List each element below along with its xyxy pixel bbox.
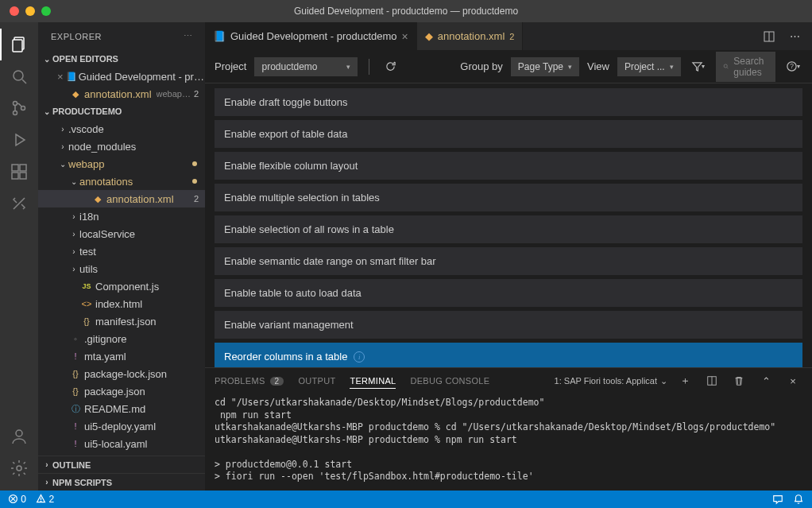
npm-scripts-section[interactable]: › NPM SCRIPTS	[38, 473, 205, 491]
folder-item[interactable]: ›test	[38, 242, 205, 260]
groupby-dropdown[interactable]: Page Type ▾	[511, 57, 579, 76]
sidebar: EXPLORER ⋯ ⌄ OPEN EDITORS × 📘 Guided Dev…	[38, 22, 205, 491]
kill-terminal-icon[interactable]	[729, 371, 748, 390]
file-item[interactable]: {}package-lock.json	[38, 365, 205, 382]
guide-item[interactable]: Enable export of table data	[215, 120, 802, 148]
file-item[interactable]: ◆annotation.xml2	[38, 190, 205, 207]
tab-guided-development[interactable]: 📘 Guided Development - productdemo ×	[205, 22, 417, 50]
split-terminal-icon[interactable]	[702, 371, 721, 390]
minimize-window-icon[interactable]	[25, 6, 35, 16]
activity-tools[interactable]	[0, 188, 38, 219]
bottom-panel: PROBLEMS 2 OUTPUT TERMINAL DEBUG CONSOLE…	[205, 367, 812, 491]
panel-tab-debug[interactable]: DEBUG CONSOLE	[410, 376, 489, 386]
file-item[interactable]: JSComponent.js	[38, 277, 205, 295]
project-dropdown[interactable]: productdemo ▾	[254, 57, 358, 76]
chevron-down-icon: ⌄	[41, 55, 52, 64]
chevron-right-icon: ›	[41, 478, 52, 487]
guide-item[interactable]: Enable multiple selection in tables	[215, 184, 802, 211]
open-editor-item[interactable]: ◆ annotation.xml webapp/annotatio... 2	[38, 85, 205, 103]
guide-item[interactable]: Enable table to auto load data	[215, 279, 802, 307]
status-bell-icon[interactable]	[793, 494, 804, 505]
file-tree: ›.vscode›node_modules⌄webapp⌄annotations…	[38, 120, 205, 456]
svg-line-3	[22, 79, 26, 83]
panel-tab-terminal[interactable]: TERMINAL	[350, 376, 396, 389]
guide-item[interactable]: Enable draft toggle buttons	[215, 88, 802, 116]
guide-item[interactable]: Enable selection of all rows in a table	[215, 215, 802, 243]
status-warnings[interactable]: 2	[36, 494, 54, 505]
panel-tab-problems[interactable]: PROBLEMS 2	[215, 376, 284, 386]
folder-item[interactable]: ⌄webapp	[38, 155, 205, 173]
svg-rect-9	[12, 173, 18, 179]
explorer-more-icon[interactable]: ⋯	[184, 31, 193, 41]
file-item[interactable]: ⓘREADME.md	[38, 400, 205, 417]
svg-text:?: ?	[790, 62, 794, 70]
status-errors[interactable]: 0	[8, 494, 26, 505]
new-terminal-icon[interactable]: ＋	[675, 371, 694, 390]
svg-rect-11	[20, 165, 26, 171]
folder-item[interactable]: ›localService	[38, 225, 205, 242]
maximize-window-icon[interactable]	[41, 6, 51, 16]
file-item[interactable]: ◦.gitignore	[38, 330, 205, 347]
guide-item[interactable]: Enable flexible column layout	[215, 152, 802, 180]
tab-bar: 📘 Guided Development - productdemo × ◆ a…	[205, 22, 812, 50]
close-icon[interactable]: ×	[57, 71, 66, 83]
tab-annotation[interactable]: ◆ annotation.xml 2	[417, 22, 524, 50]
xml-file-icon: ◆	[68, 89, 83, 99]
svg-rect-8	[12, 165, 18, 171]
chevron-icon: ›	[68, 265, 79, 273]
activity-search[interactable]	[0, 60, 38, 92]
svg-point-16	[724, 64, 727, 68]
help-icon[interactable]: ? ▾	[783, 57, 802, 76]
open-editors-section[interactable]: ⌄ OPEN EDITORS	[38, 50, 205, 68]
close-panel-icon[interactable]: ×	[783, 371, 802, 390]
split-editor-icon[interactable]	[760, 27, 779, 46]
activity-extensions[interactable]	[0, 156, 38, 188]
terminal-selector[interactable]: 1: SAP Fiori tools: Applicat ⌄	[555, 376, 667, 386]
chevron-down-icon: ▾	[670, 63, 674, 71]
filter-icon[interactable]: ▾	[689, 57, 708, 76]
activity-run-debug[interactable]	[0, 124, 38, 156]
folder-item[interactable]: ›.vscode	[38, 120, 205, 138]
status-feedback-icon[interactable]	[772, 494, 783, 505]
editor-area: 📘 Guided Development - productdemo × ◆ a…	[205, 22, 812, 491]
toolbar: Project productdemo ▾ Group by Page Type…	[205, 50, 812, 83]
activity-source-control[interactable]	[0, 92, 38, 124]
project-section[interactable]: ⌄ PRODUCTDEMO	[38, 103, 205, 120]
folder-item[interactable]: ›utils	[38, 260, 205, 277]
file-item[interactable]: !ui5.yaml	[38, 452, 205, 456]
guided-dev-icon: 📘	[213, 30, 226, 42]
activity-explorer[interactable]	[0, 29, 38, 60]
panel-tab-output[interactable]: OUTPUT	[298, 376, 335, 386]
guide-item[interactable]: Enable semantic date range on smart filt…	[215, 247, 802, 275]
info-icon[interactable]: i	[354, 351, 365, 363]
view-dropdown[interactable]: Project ... ▾	[617, 57, 681, 76]
activity-accounts[interactable]	[0, 421, 38, 452]
svg-point-12	[16, 430, 22, 436]
open-editor-item[interactable]: × 📘 Guided Development - productdemo	[38, 68, 205, 85]
folder-item[interactable]: ›i18n	[38, 207, 205, 225]
folder-item[interactable]: ⌄annotations	[38, 173, 205, 190]
project-label: Project	[215, 60, 246, 72]
outline-section[interactable]: › OUTLINE	[38, 456, 205, 473]
close-icon[interactable]: ×	[402, 30, 408, 43]
guide-list: Enable draft toggle buttons Enable expor…	[205, 83, 812, 367]
more-icon[interactable]: ⋯	[785, 27, 804, 46]
close-window-icon[interactable]	[10, 6, 19, 16]
guide-item[interactable]: Enable variant management	[215, 311, 802, 339]
file-item[interactable]: <>index.html	[38, 295, 205, 312]
maximize-panel-icon[interactable]: ⌃	[756, 371, 775, 390]
search-input[interactable]: Search guides	[716, 52, 775, 82]
file-item[interactable]: {}package.json	[38, 382, 205, 400]
refresh-icon[interactable]	[381, 57, 400, 76]
chevron-icon: ›	[68, 247, 79, 256]
terminal-output[interactable]: cd "/Users/utkarshakanade/Desktop/Mindse…	[205, 394, 812, 491]
file-item[interactable]: !ui5-local.yaml	[38, 435, 205, 452]
file-item[interactable]: !ui5-deploy.yaml	[38, 417, 205, 435]
guided-dev-icon: 📘	[66, 72, 77, 82]
activity-settings[interactable]	[0, 452, 38, 484]
file-item[interactable]: {}manifest.json	[38, 312, 205, 330]
file-item[interactable]: !mta.yaml	[38, 347, 205, 365]
titlebar: Guided Development - productdemo — produ…	[0, 0, 812, 22]
folder-item[interactable]: ›node_modules	[38, 138, 205, 155]
guide-item-selected[interactable]: Reorder columns in a table i	[215, 343, 802, 367]
